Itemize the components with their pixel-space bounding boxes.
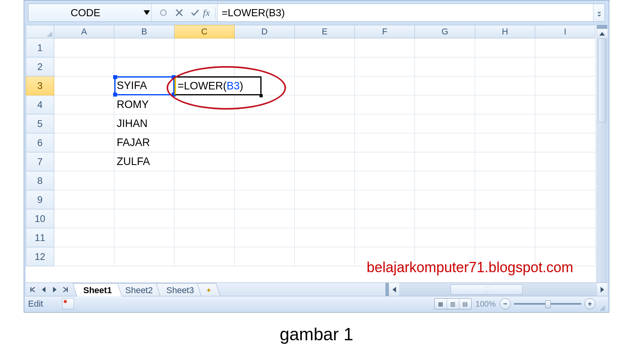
zoom-percentage[interactable]: 100% <box>476 300 496 309</box>
row-header-5[interactable]: 5 <box>26 114 54 133</box>
cell-C9[interactable] <box>174 190 235 209</box>
cell-I11[interactable] <box>535 228 595 247</box>
cell-G1[interactable] <box>415 38 475 57</box>
cell-B11[interactable] <box>114 228 174 247</box>
row-header-8[interactable]: 8 <box>26 171 54 190</box>
sheet-tab-3[interactable]: Sheet3 <box>156 283 204 296</box>
cell-E10[interactable] <box>295 209 355 228</box>
scroll-left-button[interactable] <box>389 283 399 296</box>
vertical-scroll-thumb[interactable] <box>598 38 606 122</box>
cell-G9[interactable] <box>415 190 475 209</box>
cell-C8[interactable] <box>174 171 235 190</box>
cell-F3[interactable] <box>355 76 415 95</box>
cell-C7[interactable] <box>174 152 235 171</box>
cell-D1[interactable] <box>235 38 295 57</box>
cell-E11[interactable] <box>295 228 355 247</box>
cell-E6[interactable] <box>295 133 355 152</box>
cell-F4[interactable] <box>355 95 415 114</box>
column-header-G[interactable]: G <box>415 25 475 38</box>
cell-A4[interactable] <box>54 95 114 114</box>
cell-H2[interactable] <box>475 57 535 76</box>
cell-G4[interactable] <box>415 95 475 114</box>
cell-B2[interactable] <box>114 57 174 76</box>
cell-B12[interactable] <box>114 247 174 266</box>
cell-A6[interactable] <box>54 133 114 152</box>
column-header-F[interactable]: F <box>355 25 415 38</box>
cell-G11[interactable] <box>415 228 475 247</box>
pane-splitter-horizontal[interactable] <box>386 283 389 296</box>
zoom-out-button[interactable]: − <box>500 298 511 309</box>
cell-I4[interactable] <box>535 95 595 114</box>
column-header-A[interactable]: A <box>54 25 114 38</box>
cell-A11[interactable] <box>54 228 114 247</box>
cell-E3[interactable] <box>295 76 355 95</box>
cell-A2[interactable] <box>54 57 114 76</box>
select-all-corner[interactable] <box>26 25 54 38</box>
horizontal-scroll-thumb[interactable] <box>451 284 523 295</box>
cell-F7[interactable] <box>355 152 415 171</box>
row-header-3[interactable]: 3 <box>26 76 54 95</box>
cell-F9[interactable] <box>355 190 415 209</box>
cell-I3[interactable] <box>535 76 595 95</box>
cell-G7[interactable] <box>415 152 475 171</box>
cell-I8[interactable] <box>535 171 595 190</box>
cell-B5[interactable]: JIHAN <box>114 114 174 133</box>
tab-nav-prev[interactable] <box>39 285 48 294</box>
view-page-layout-button[interactable]: ▥ <box>447 299 459 309</box>
spreadsheet-grid[interactable]: A B C D E F G H I 123SYIFA4ROMY5JIHAN6FA… <box>26 25 597 283</box>
cell-D8[interactable] <box>235 171 295 190</box>
cell-F8[interactable] <box>355 171 415 190</box>
row-header-2[interactable]: 2 <box>26 57 54 76</box>
cell-G8[interactable] <box>415 171 475 190</box>
sheet-tab-1[interactable]: Sheet1 <box>73 283 122 296</box>
cell-C1[interactable] <box>174 38 235 57</box>
cell-editor-C3[interactable]: =LOWER(B3) <box>174 76 262 95</box>
cell-I7[interactable] <box>535 152 595 171</box>
cancel-formula-button[interactable] <box>172 6 186 19</box>
cell-F2[interactable] <box>355 57 415 76</box>
zoom-slider-knob[interactable] <box>545 300 551 308</box>
cell-I6[interactable] <box>535 133 595 152</box>
cell-B9[interactable] <box>114 190 174 209</box>
zoom-slider[interactable] <box>514 303 581 305</box>
column-header-H[interactable]: H <box>475 25 535 38</box>
scroll-right-button[interactable] <box>597 283 607 296</box>
cell-F5[interactable] <box>355 114 415 133</box>
vertical-scrollbar[interactable] <box>597 25 607 283</box>
cell-H5[interactable] <box>475 114 535 133</box>
tab-nav-next[interactable] <box>50 285 59 294</box>
zoom-in-button[interactable]: + <box>584 298 595 309</box>
sheet-tab-2[interactable]: Sheet2 <box>115 283 163 296</box>
cell-D7[interactable] <box>235 152 295 171</box>
column-header-C[interactable]: C <box>174 25 235 38</box>
tab-nav-last[interactable] <box>61 285 70 294</box>
cell-A12[interactable] <box>54 247 114 266</box>
window-resize-grip[interactable] <box>599 304 605 311</box>
expand-formula-bar-button[interactable]: ⌄⌄ <box>593 4 605 21</box>
cell-C12[interactable] <box>174 247 235 266</box>
cell-F10[interactable] <box>355 209 415 228</box>
row-header-1[interactable]: 1 <box>26 38 54 57</box>
cell-G3[interactable] <box>415 76 475 95</box>
cell-D5[interactable] <box>235 114 295 133</box>
cell-H3[interactable] <box>475 76 535 95</box>
pane-splitter-vertical[interactable] <box>597 25 607 29</box>
cell-I5[interactable] <box>535 114 595 133</box>
cell-H10[interactable] <box>475 209 535 228</box>
cell-A3[interactable] <box>54 76 114 95</box>
cell-B8[interactable] <box>114 171 174 190</box>
row-header-11[interactable]: 11 <box>26 228 54 247</box>
new-sheet-button[interactable]: ✦ <box>197 283 220 296</box>
cell-F11[interactable] <box>355 228 415 247</box>
view-page-break-button[interactable]: ▤ <box>459 299 471 309</box>
cell-I9[interactable] <box>535 190 595 209</box>
cell-G6[interactable] <box>415 133 475 152</box>
cell-D11[interactable] <box>235 228 295 247</box>
horizontal-scrollbar[interactable] <box>385 283 607 296</box>
tab-nav-first[interactable] <box>28 285 37 294</box>
cell-G10[interactable] <box>415 209 475 228</box>
column-header-B[interactable]: B <box>114 25 174 38</box>
cell-E5[interactable] <box>295 114 355 133</box>
cell-I2[interactable] <box>535 57 595 76</box>
cell-C11[interactable] <box>174 228 235 247</box>
